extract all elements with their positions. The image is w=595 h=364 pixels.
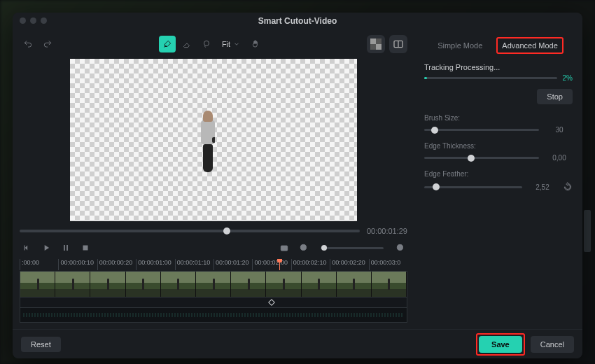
- brush-size-label: Brush Size:: [424, 114, 573, 122]
- cancel-button[interactable]: Cancel: [531, 336, 574, 353]
- timeline-thumb[interactable]: [126, 272, 161, 297]
- close-icon[interactable]: [20, 18, 26, 24]
- timeline-thumb[interactable]: [196, 272, 231, 297]
- save-highlight: Save: [476, 333, 525, 356]
- timeline-thumb[interactable]: [372, 272, 407, 297]
- edge-thickness-label: Edge Thickness:: [424, 142, 573, 150]
- stop-button[interactable]: [78, 241, 92, 255]
- edge-feather-value[interactable]: 2,52: [529, 183, 556, 191]
- scroll-minimap: [584, 210, 591, 252]
- brush-size-value[interactable]: 30: [546, 126, 573, 134]
- canvas-toolbar: Fit: [20, 34, 407, 55]
- redo-button[interactable]: [39, 36, 56, 52]
- tab-simple-mode[interactable]: Simple Mode: [433, 38, 486, 52]
- play-button[interactable]: [39, 241, 53, 255]
- ruler-mark: 00:00:01:00: [136, 259, 174, 270]
- svg-rect-3: [376, 44, 382, 50]
- prev-frame-button[interactable]: [20, 241, 34, 255]
- ruler-mark: 00:00:01:10: [175, 259, 214, 270]
- dialog-footer: Reset Save Cancel: [13, 329, 582, 358]
- edge-thickness-value[interactable]: 0,00: [546, 154, 573, 162]
- cutout-subject: [201, 111, 215, 172]
- svg-point-0: [204, 41, 209, 46]
- edge-feather-reset-button[interactable]: [563, 182, 573, 192]
- compare-icon: [393, 38, 404, 50]
- preview-area: [20, 59, 407, 221]
- minimize-icon[interactable]: [30, 18, 36, 24]
- timeline-thumb[interactable]: [337, 272, 372, 297]
- seek-slider[interactable]: [20, 230, 360, 232]
- undo-button[interactable]: [20, 36, 36, 52]
- zoom-out-button[interactable]: [297, 241, 311, 255]
- transparency-toggle-button[interactable]: [367, 35, 385, 53]
- svg-rect-2: [370, 38, 376, 44]
- tracking-progress-bar: [424, 77, 557, 79]
- timeline-thumb[interactable]: [231, 272, 266, 297]
- pause-button[interactable]: [59, 241, 73, 255]
- maximize-icon[interactable]: [41, 18, 47, 24]
- edge-thickness-slider[interactable]: [424, 157, 539, 159]
- ruler-mark: 00:00:00:20: [97, 259, 136, 270]
- ruler-mark: 00:00:02:10: [291, 259, 330, 270]
- keyframe-lane[interactable]: [20, 298, 407, 307]
- ruler-mark: 00:00:02:00: [252, 259, 290, 270]
- ruler-mark: 00:00:03:0: [369, 259, 407, 270]
- ruler-mark: :00:00: [20, 259, 58, 270]
- eraser-tool-button[interactable]: [178, 36, 195, 52]
- brush-tool-button[interactable]: [159, 36, 176, 52]
- ruler-mark: 00:00:00:10: [58, 259, 97, 270]
- snapshot-button[interactable]: [277, 241, 291, 255]
- waveform: [23, 313, 404, 317]
- zoom-slider[interactable]: [321, 247, 384, 249]
- timeline-thumb[interactable]: [161, 272, 196, 297]
- stop-tracking-button[interactable]: Stop: [537, 89, 573, 104]
- timeline-thumbnails[interactable]: [20, 271, 407, 298]
- chevron-down-icon: [233, 41, 240, 48]
- zoom-thumb[interactable]: [321, 245, 327, 251]
- tab-advanced-mode[interactable]: Advanced Mode: [496, 37, 564, 54]
- ruler-mark: 00:00:01:20: [214, 259, 252, 270]
- seek-thumb[interactable]: [223, 227, 230, 234]
- smart-cutout-dialog: Smart Cutout-Video Fit: [13, 13, 582, 358]
- timeline-thumb[interactable]: [266, 272, 301, 297]
- tracking-status-label: Tracking Processing...: [424, 63, 573, 71]
- dialog-title: Smart Cutout-Video: [258, 16, 337, 26]
- timeline-thumb[interactable]: [20, 272, 55, 297]
- time-readout: 00:00:01:29: [367, 227, 407, 235]
- edge-feather-slider[interactable]: [424, 186, 522, 188]
- brush-size-slider[interactable]: [424, 129, 539, 131]
- edge-feather-label: Edge Feather:: [424, 170, 573, 178]
- timeline-ruler[interactable]: :00:0000:00:00:1000:00:00:2000:00:01:000…: [20, 259, 407, 270]
- playhead[interactable]: [279, 259, 280, 270]
- timeline-thumb[interactable]: [90, 272, 125, 297]
- audio-lane[interactable]: [20, 307, 407, 323]
- zoom-in-button[interactable]: [393, 241, 407, 255]
- zoom-fit-select[interactable]: Fit: [218, 40, 244, 48]
- timeline-thumb[interactable]: [55, 272, 90, 297]
- compare-button[interactable]: [389, 35, 407, 53]
- svg-rect-5: [83, 246, 88, 251]
- hand-tool-button[interactable]: [247, 36, 264, 52]
- tracking-percent: 2%: [563, 74, 573, 82]
- timeline: :00:0000:00:00:1000:00:00:2000:00:01:000…: [20, 259, 407, 323]
- checkerboard-icon: [370, 38, 382, 50]
- window-controls[interactable]: [20, 18, 47, 24]
- lasso-tool-button[interactable]: [198, 36, 215, 52]
- settings-panel: Simple Mode Advanced Mode Tracking Proce…: [414, 29, 582, 329]
- ruler-mark: 00:00:02:20: [330, 259, 368, 270]
- video-preview[interactable]: [70, 59, 357, 221]
- reset-button[interactable]: Reset: [21, 337, 61, 352]
- titlebar: Smart Cutout-Video: [13, 13, 582, 29]
- timeline-thumb[interactable]: [302, 272, 337, 297]
- fit-label: Fit: [222, 40, 230, 48]
- svg-point-7: [283, 247, 286, 250]
- save-button[interactable]: Save: [479, 336, 522, 353]
- keyframe-marker[interactable]: [268, 299, 275, 306]
- transport-bar: [20, 239, 407, 256]
